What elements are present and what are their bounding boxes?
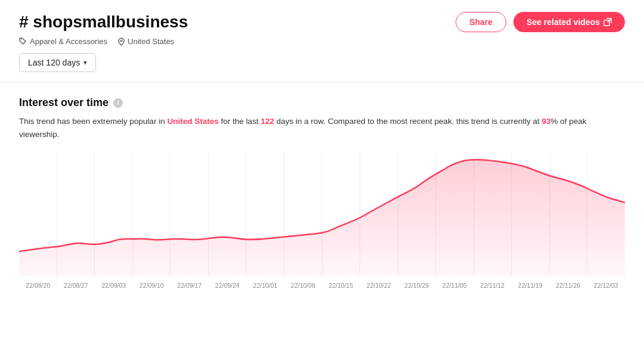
date-range-label: Last 120 days xyxy=(28,58,80,67)
location-meta: United States xyxy=(118,37,174,46)
share-button[interactable]: Share xyxy=(456,12,506,32)
location-label: United States xyxy=(128,37,174,46)
see-related-label: See related videos xyxy=(527,17,600,27)
chart-svg xyxy=(19,151,625,276)
x-axis-label: 22/10/01 xyxy=(246,282,284,289)
desc-part1: This trend has been extremely popular in xyxy=(19,117,167,126)
svg-point-2 xyxy=(120,40,122,42)
main-content: Interest over time i This trend has been… xyxy=(0,82,644,294)
desc-days: 122 xyxy=(261,117,274,126)
x-axis-label: 22/09/17 xyxy=(171,282,209,289)
date-range-dropdown[interactable]: Last 120 days ▾ xyxy=(19,53,96,72)
x-axis-label: 22/08/20 xyxy=(19,282,57,289)
x-axis-label: 22/10/15 xyxy=(322,282,360,289)
x-axis-label: 22/10/22 xyxy=(360,282,398,289)
description-text: This trend has been extremely popular in… xyxy=(19,115,625,141)
x-axis-label: 22/10/08 xyxy=(284,282,323,289)
controls-row: Last 120 days ▾ xyxy=(19,53,625,72)
section-title: Interest over time xyxy=(19,97,109,109)
x-axis-label: 22/11/05 xyxy=(436,282,474,289)
x-axis-label: 22/10/29 xyxy=(398,282,436,289)
desc-location: United States xyxy=(167,117,218,126)
category-meta: Apparel & Accessories xyxy=(19,37,107,46)
page-title: # shopsmallbusiness xyxy=(19,13,188,32)
x-axis-label: 22/08/27 xyxy=(57,282,95,289)
x-axis-label: 22/09/10 xyxy=(133,282,171,289)
desc-percent: 93 xyxy=(541,117,550,126)
external-link-icon xyxy=(603,18,612,26)
x-axis-label: 22/12/03 xyxy=(587,282,626,289)
chart-container: 22/08/2022/08/2722/09/0322/09/1022/09/17… xyxy=(19,151,625,294)
x-axis-label: 22/09/03 xyxy=(95,282,133,289)
title-row: # shopsmallbusiness Share See related vi… xyxy=(19,12,625,32)
svg-point-1 xyxy=(21,39,22,41)
desc-part2: for the last xyxy=(219,117,261,126)
x-axis: 22/08/2022/08/2722/09/0322/09/1022/09/17… xyxy=(19,276,625,294)
x-axis-label: 22/11/12 xyxy=(473,282,512,289)
section-title-row: Interest over time i xyxy=(19,97,625,109)
x-axis-label: 22/11/19 xyxy=(512,282,550,289)
page-header: # shopsmallbusiness Share See related vi… xyxy=(0,0,644,82)
x-axis-label: 22/09/24 xyxy=(209,282,247,289)
x-axis-label: 22/11/26 xyxy=(549,282,587,289)
meta-row: Apparel & Accessories United States xyxy=(19,37,625,46)
info-icon[interactable]: i xyxy=(113,98,123,108)
location-icon xyxy=(118,38,125,46)
chevron-down-icon: ▾ xyxy=(83,58,87,67)
see-related-button[interactable]: See related videos xyxy=(513,12,625,32)
header-buttons: Share See related videos xyxy=(456,12,625,32)
desc-part3: days in a row. Compared to the most rece… xyxy=(274,117,542,126)
category-label: Apparel & Accessories xyxy=(30,37,107,46)
tag-icon xyxy=(19,38,27,45)
